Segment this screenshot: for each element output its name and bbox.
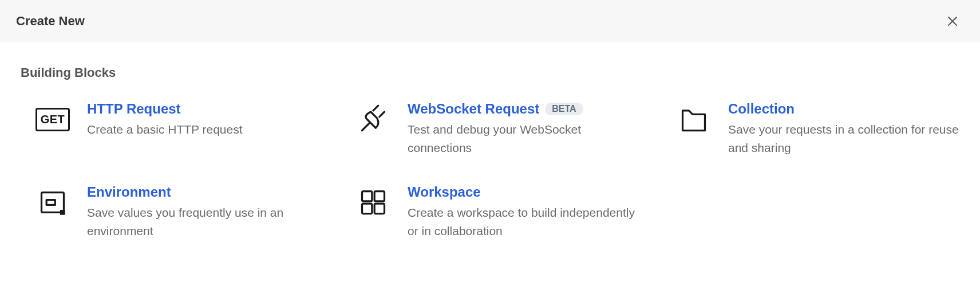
svg-rect-8	[374, 192, 384, 201]
card-body: Collection Save your requests in a colle…	[728, 101, 959, 157]
svg-rect-5	[46, 200, 55, 205]
card-body: WebSocket Request BETA Test and debug yo…	[408, 101, 639, 157]
svg-rect-4	[42, 193, 64, 213]
card-body: Environment Save values you frequently u…	[87, 184, 318, 240]
card-title: WebSocket Request	[408, 101, 539, 117]
card-description: Test and debug your WebSocket connection…	[408, 120, 639, 157]
card-description: Create a basic HTTP request	[87, 120, 318, 139]
svg-rect-10	[374, 204, 384, 213]
folder-icon	[678, 103, 710, 135]
card-description: Save values you frequently use in an env…	[87, 204, 318, 240]
svg-line-2	[373, 106, 378, 111]
section-title: Building Blocks	[21, 65, 959, 80]
card-body: HTTP Request Create a basic HTTP request	[87, 101, 318, 139]
svg-line-3	[380, 112, 385, 117]
close-icon	[946, 14, 959, 28]
svg-rect-6	[60, 210, 65, 215]
card-description: Save your requests in a collection for r…	[728, 120, 959, 157]
card-title: Workspace	[408, 184, 481, 200]
card-environment[interactable]: Environment Save values you frequently u…	[21, 184, 318, 240]
grid-icon	[357, 186, 389, 218]
card-collection[interactable]: Collection Save your requests in a colle…	[662, 101, 959, 157]
svg-rect-7	[362, 192, 372, 201]
dialog-content: Building Blocks GET HTTP Request Create …	[0, 42, 980, 263]
card-title: Environment	[87, 184, 171, 200]
environment-icon	[37, 186, 69, 218]
card-title: HTTP Request	[87, 101, 181, 117]
close-button[interactable]	[946, 14, 959, 28]
card-title: Collection	[728, 101, 795, 117]
beta-badge: BETA	[545, 103, 583, 115]
card-body: Workspace Create a workspace to build in…	[408, 184, 639, 240]
card-description: Create a workspace to build independentl…	[408, 204, 639, 240]
building-blocks-grid: GET HTTP Request Create a basic HTTP req…	[21, 101, 959, 240]
dialog-title: Create New	[16, 14, 85, 29]
card-http-request[interactable]: GET HTTP Request Create a basic HTTP req…	[21, 101, 318, 157]
card-workspace[interactable]: Workspace Create a workspace to build in…	[341, 184, 639, 240]
dialog-header: Create New	[0, 0, 980, 42]
plug-icon	[357, 103, 389, 135]
card-websocket-request[interactable]: WebSocket Request BETA Test and debug yo…	[341, 101, 639, 157]
get-icon: GET	[37, 103, 69, 135]
svg-rect-9	[362, 204, 372, 213]
